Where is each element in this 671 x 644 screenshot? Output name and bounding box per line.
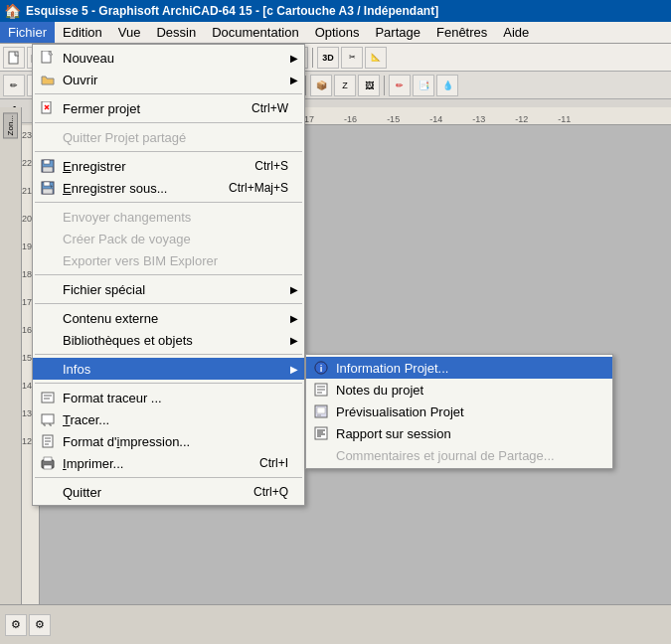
format-traceur-icon bbox=[39, 389, 57, 406]
menu-fenetres[interactable]: Fenêtres bbox=[428, 22, 495, 43]
submenu-item-rapport[interactable]: Rapport sur session bbox=[306, 422, 612, 444]
menu-item-quitter[interactable]: Quitter Ctrl+Q bbox=[33, 481, 304, 503]
fichier-special-arrow: ▶ bbox=[290, 284, 298, 295]
menu-edition[interactable]: Edition bbox=[55, 22, 110, 43]
tracer-icon bbox=[39, 410, 57, 428]
menu-item-ouvrir[interactable]: Ouvrir ▶ bbox=[33, 69, 304, 90]
imprimer-icon bbox=[39, 454, 57, 472]
svg-rect-42 bbox=[315, 427, 327, 439]
menu-item-contenu[interactable]: Contenu externe ▶ bbox=[33, 307, 304, 329]
menu-dessin-label: Dessin bbox=[156, 25, 196, 40]
tb-new[interactable] bbox=[3, 47, 25, 69]
fermer-shortcut: Ctrl+W bbox=[232, 101, 288, 115]
format-impression-icon bbox=[39, 432, 57, 450]
menu-edition-label: Edition bbox=[63, 25, 102, 40]
enregistrer-label: Enregistrer bbox=[63, 159, 126, 174]
menu-vue[interactable]: Vue bbox=[110, 22, 149, 43]
menu-partage-label: Partage bbox=[375, 25, 420, 40]
menu-documentation-label: Documentation bbox=[212, 25, 298, 40]
tb-penset[interactable]: ✏ bbox=[389, 75, 411, 96]
menu-item-pack: Créer Pack de voyage bbox=[33, 228, 304, 249]
menu-item-enregistrer[interactable]: Enregistrer Ctrl+S bbox=[33, 155, 304, 177]
menu-item-fermer[interactable]: Fermer projet Ctrl+W bbox=[33, 97, 304, 119]
fermer-label: Fermer projet bbox=[63, 101, 140, 116]
bim-label: Exporter vers BIM Explorer bbox=[63, 253, 218, 268]
fichier-special-label: Fichier spécial bbox=[63, 282, 145, 297]
sep-9 bbox=[35, 477, 302, 478]
svg-rect-17 bbox=[43, 167, 53, 172]
status-bar: ⚙ ⚙ bbox=[0, 604, 671, 644]
rapport-label: Rapport sur session bbox=[336, 426, 451, 441]
tb-layer[interactable]: 📑 bbox=[413, 75, 434, 96]
zon-tab[interactable]: Zon... bbox=[3, 112, 18, 138]
quitter-partage-label: Quitter Projet partagé bbox=[63, 130, 186, 145]
svg-rect-40 bbox=[317, 407, 325, 413]
svg-rect-22 bbox=[42, 393, 54, 402]
tb-zone[interactable]: Z bbox=[334, 75, 356, 96]
menu-item-nouveau[interactable]: Nouveau ▶ bbox=[33, 47, 304, 69]
sep-8 bbox=[35, 383, 302, 384]
notes-icon bbox=[312, 381, 330, 399]
menu-item-imprimer[interactable]: Imprimer... Ctrl+I bbox=[33, 452, 304, 474]
menu-item-format-impression[interactable]: Format d'impression... bbox=[33, 430, 304, 452]
fichier-dropdown: Nouveau ▶ Ouvrir ▶ Fermer projet Ctrl+W … bbox=[32, 44, 305, 506]
menu-aide[interactable]: Aide bbox=[495, 22, 537, 43]
infos-arrow: ▶ bbox=[290, 364, 298, 375]
menu-dessin[interactable]: Dessin bbox=[148, 22, 204, 43]
quitter-shortcut: Ctrl+Q bbox=[234, 485, 288, 499]
bibliotheques-label: Bibliothèques et objets bbox=[63, 333, 193, 348]
submenu-item-commentaires: Commentaires et journal de Partage... bbox=[306, 444, 612, 466]
tb-section[interactable]: ✂ bbox=[341, 47, 363, 69]
menu-item-infos[interactable]: Infos ▶ bbox=[33, 358, 304, 380]
menu-item-format-traceur[interactable]: Format traceur ... bbox=[33, 387, 304, 408]
nouveau-icon bbox=[39, 49, 57, 67]
menu-partage[interactable]: Partage bbox=[367, 22, 428, 43]
svg-text:i: i bbox=[320, 363, 323, 374]
contenu-arrow: ▶ bbox=[290, 313, 298, 324]
enregistrer-icon bbox=[39, 157, 57, 175]
menu-item-fichier-special[interactable]: Fichier spécial ▶ bbox=[33, 278, 304, 300]
tb-elevation[interactable]: 📐 bbox=[365, 47, 387, 69]
tb-figure[interactable]: 🖼 bbox=[358, 75, 380, 96]
status-gear[interactable]: ⚙ bbox=[5, 614, 27, 636]
enregistrer-sous-label: Enregistrer sous... bbox=[63, 181, 168, 196]
enregistrer-sous-shortcut: Ctrl+Maj+S bbox=[209, 181, 288, 195]
menu-item-enregistrer-sous[interactable]: + Enregistrer sous... Ctrl+Maj+S bbox=[33, 177, 304, 199]
nouveau-label: Nouveau bbox=[63, 51, 114, 66]
tb-pen1[interactable]: ✏ bbox=[3, 75, 25, 96]
separator-7 bbox=[305, 76, 306, 95]
imprimer-shortcut: Ctrl+I bbox=[240, 456, 288, 470]
rapport-icon bbox=[312, 424, 330, 442]
info-projet-icon: i bbox=[312, 359, 330, 377]
tb-3d[interactable]: 3D bbox=[317, 47, 339, 69]
tb-object[interactable]: 📦 bbox=[310, 75, 332, 96]
tb-eyedropper[interactable]: 💧 bbox=[436, 75, 458, 96]
menu-options[interactable]: Options bbox=[307, 22, 368, 43]
infos-submenu: i Information Projet... Notes du projet … bbox=[305, 354, 613, 469]
enregistrer-shortcut: Ctrl+S bbox=[235, 159, 288, 173]
bibliotheques-arrow: ▶ bbox=[290, 335, 298, 346]
sep-6 bbox=[35, 303, 302, 304]
infos-label: Infos bbox=[63, 362, 90, 377]
submenu-item-notes[interactable]: Notes du projet bbox=[306, 379, 612, 401]
menu-item-bibliotheques[interactable]: Bibliothèques et objets ▶ bbox=[33, 329, 304, 351]
quitter-label: Quitter bbox=[63, 485, 101, 500]
title-text: Esquisse 5 - Graphisoft ArchiCAD-64 15 -… bbox=[26, 4, 438, 18]
info-projet-label: Information Projet... bbox=[336, 361, 448, 376]
menu-documentation[interactable]: Documentation bbox=[204, 22, 306, 43]
left-panel: Zon... bbox=[0, 107, 22, 604]
submenu-item-preview[interactable]: Prévisualisation Projet bbox=[306, 401, 612, 422]
sep-7 bbox=[35, 354, 302, 355]
preview-icon bbox=[312, 402, 330, 420]
menu-item-tracer[interactable]: Tracer... bbox=[33, 408, 304, 430]
svg-rect-31 bbox=[44, 457, 52, 461]
svg-rect-32 bbox=[44, 465, 52, 469]
svg-rect-16 bbox=[44, 160, 50, 164]
svg-text:+: + bbox=[50, 183, 54, 189]
separator-4 bbox=[312, 48, 313, 68]
menu-fichier[interactable]: Fichier bbox=[0, 22, 55, 43]
sep-4 bbox=[35, 202, 302, 203]
submenu-item-info-projet[interactable]: i Information Projet... bbox=[306, 357, 612, 379]
status-settings[interactable]: ⚙ bbox=[29, 614, 51, 636]
format-impression-label: Format d'impression... bbox=[63, 434, 190, 449]
